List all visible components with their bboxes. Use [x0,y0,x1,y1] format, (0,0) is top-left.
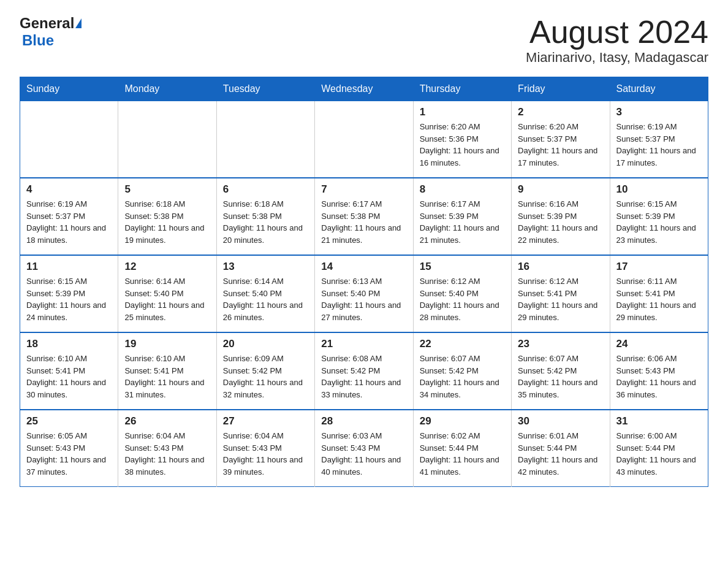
day-info: Sunrise: 6:14 AMSunset: 5:40 PMDaylight:… [223,275,308,323]
day-info: Sunrise: 6:07 AMSunset: 5:42 PMDaylight:… [518,353,603,400]
day-info: Sunrise: 6:07 AMSunset: 5:42 PMDaylight:… [420,353,505,400]
day-number: 17 [616,261,702,273]
day-number: 8 [420,183,505,196]
day-number: 28 [321,415,406,427]
day-number: 3 [616,106,702,118]
day-number: 20 [223,338,308,350]
header-sunday: Sunday [20,77,118,101]
calendar-cell [216,101,314,178]
day-number: 1 [420,106,505,118]
day-number: 6 [223,183,308,196]
calendar-cell: 17Sunrise: 6:11 AMSunset: 5:41 PMDayligh… [610,255,708,332]
calendar-cell: 15Sunrise: 6:12 AMSunset: 5:40 PMDayligh… [413,255,511,332]
day-number: 13 [223,261,308,273]
calendar-cell: 10Sunrise: 6:15 AMSunset: 5:39 PMDayligh… [610,178,708,255]
day-info: Sunrise: 6:20 AMSunset: 5:36 PMDaylight:… [420,121,505,169]
calendar-cell: 20Sunrise: 6:09 AMSunset: 5:42 PMDayligh… [216,332,314,410]
day-info: Sunrise: 6:04 AMSunset: 5:43 PMDaylight:… [223,430,308,478]
calendar-cell: 11Sunrise: 6:15 AMSunset: 5:39 PMDayligh… [20,255,118,332]
day-info: Sunrise: 6:12 AMSunset: 5:41 PMDaylight:… [518,275,603,323]
calendar-cell: 2Sunrise: 6:20 AMSunset: 5:37 PMDaylight… [512,101,610,178]
calendar-cell: 28Sunrise: 6:03 AMSunset: 5:43 PMDayligh… [315,410,413,487]
header-saturday: Saturday [610,77,708,101]
day-number: 5 [124,183,210,196]
location-title: Miarinarivo, Itasy, Madagascar [526,50,708,66]
day-number: 31 [616,415,702,427]
calendar-cell: 25Sunrise: 6:05 AMSunset: 5:43 PMDayligh… [20,410,118,487]
day-number: 22 [420,338,505,350]
day-number: 23 [518,338,603,350]
calendar-cell: 9Sunrise: 6:16 AMSunset: 5:39 PMDaylight… [512,178,610,255]
calendar-week-row: 18Sunrise: 6:10 AMSunset: 5:41 PMDayligh… [20,332,708,410]
day-number: 10 [616,183,702,196]
calendar-cell: 31Sunrise: 6:00 AMSunset: 5:44 PMDayligh… [610,410,708,487]
day-info: Sunrise: 6:20 AMSunset: 5:37 PMDaylight:… [518,121,603,169]
calendar-cell: 23Sunrise: 6:07 AMSunset: 5:42 PMDayligh… [512,332,610,410]
calendar-cell: 19Sunrise: 6:10 AMSunset: 5:41 PMDayligh… [118,332,216,410]
day-info: Sunrise: 6:18 AMSunset: 5:38 PMDaylight:… [124,198,210,246]
calendar-week-row: 1Sunrise: 6:20 AMSunset: 5:36 PMDaylight… [20,101,708,178]
header-thursday: Thursday [413,77,511,101]
calendar-cell: 14Sunrise: 6:13 AMSunset: 5:40 PMDayligh… [315,255,413,332]
day-number: 4 [26,183,112,196]
day-info: Sunrise: 6:05 AMSunset: 5:43 PMDaylight:… [26,430,112,478]
calendar-cell [118,101,216,178]
day-info: Sunrise: 6:10 AMSunset: 5:41 PMDaylight:… [26,353,112,400]
day-info: Sunrise: 6:19 AMSunset: 5:37 PMDaylight:… [616,121,702,169]
header-tuesday: Tuesday [216,77,314,101]
header-wednesday: Wednesday [315,77,413,101]
day-info: Sunrise: 6:08 AMSunset: 5:42 PMDaylight:… [321,353,406,400]
day-info: Sunrise: 6:19 AMSunset: 5:37 PMDaylight:… [26,198,112,246]
calendar-body: 1Sunrise: 6:20 AMSunset: 5:36 PMDaylight… [20,101,708,487]
day-info: Sunrise: 6:04 AMSunset: 5:43 PMDaylight:… [124,430,210,478]
header-friday: Friday [512,77,610,101]
calendar-cell: 30Sunrise: 6:01 AMSunset: 5:44 PMDayligh… [512,410,610,487]
day-number: 24 [616,338,702,350]
logo: General Blue [20,15,82,49]
calendar-week-row: 25Sunrise: 6:05 AMSunset: 5:43 PMDayligh… [20,410,708,487]
calendar-cell [315,101,413,178]
day-info: Sunrise: 6:03 AMSunset: 5:43 PMDaylight:… [321,430,406,478]
calendar-cell: 26Sunrise: 6:04 AMSunset: 5:43 PMDayligh… [118,410,216,487]
header-monday: Monday [118,77,216,101]
calendar-week-row: 4Sunrise: 6:19 AMSunset: 5:37 PMDaylight… [20,178,708,255]
day-number: 11 [26,261,112,273]
day-number: 14 [321,261,406,273]
day-info: Sunrise: 6:16 AMSunset: 5:39 PMDaylight:… [518,198,603,246]
day-number: 7 [321,183,406,196]
day-info: Sunrise: 6:17 AMSunset: 5:39 PMDaylight:… [420,198,505,246]
day-number: 15 [420,261,505,273]
logo-triangle-icon [75,18,82,28]
logo-general-text: General [20,15,74,32]
day-info: Sunrise: 6:17 AMSunset: 5:38 PMDaylight:… [321,198,406,246]
page-header: General Blue August 2024 Miarinarivo, It… [20,15,708,66]
header-row: Sunday Monday Tuesday Wednesday Thursday… [20,77,708,101]
day-info: Sunrise: 6:18 AMSunset: 5:38 PMDaylight:… [223,198,308,246]
day-number: 21 [321,338,406,350]
day-info: Sunrise: 6:12 AMSunset: 5:40 PMDaylight:… [420,275,505,323]
day-info: Sunrise: 6:02 AMSunset: 5:44 PMDaylight:… [420,430,505,478]
title-area: August 2024 Miarinarivo, Itasy, Madagasc… [526,15,708,66]
calendar-cell: 6Sunrise: 6:18 AMSunset: 5:38 PMDaylight… [216,178,314,255]
day-info: Sunrise: 6:15 AMSunset: 5:39 PMDaylight:… [616,198,702,246]
calendar-cell [20,101,118,178]
day-info: Sunrise: 6:14 AMSunset: 5:40 PMDaylight:… [124,275,210,323]
calendar-cell: 7Sunrise: 6:17 AMSunset: 5:38 PMDaylight… [315,178,413,255]
calendar-header: Sunday Monday Tuesday Wednesday Thursday… [20,77,708,101]
day-info: Sunrise: 6:00 AMSunset: 5:44 PMDaylight:… [616,430,702,478]
day-number: 26 [124,415,210,427]
calendar-cell: 3Sunrise: 6:19 AMSunset: 5:37 PMDaylight… [610,101,708,178]
calendar-week-row: 11Sunrise: 6:15 AMSunset: 5:39 PMDayligh… [20,255,708,332]
day-number: 27 [223,415,308,427]
calendar-cell: 22Sunrise: 6:07 AMSunset: 5:42 PMDayligh… [413,332,511,410]
day-info: Sunrise: 6:10 AMSunset: 5:41 PMDaylight:… [124,353,210,400]
day-info: Sunrise: 6:13 AMSunset: 5:40 PMDaylight:… [321,275,406,323]
day-number: 25 [26,415,112,427]
calendar-cell: 8Sunrise: 6:17 AMSunset: 5:39 PMDaylight… [413,178,511,255]
calendar-cell: 29Sunrise: 6:02 AMSunset: 5:44 PMDayligh… [413,410,511,487]
calendar-table: Sunday Monday Tuesday Wednesday Thursday… [20,77,708,487]
day-number: 2 [518,106,603,118]
calendar-cell: 27Sunrise: 6:04 AMSunset: 5:43 PMDayligh… [216,410,314,487]
day-info: Sunrise: 6:01 AMSunset: 5:44 PMDaylight:… [518,430,603,478]
calendar-cell: 1Sunrise: 6:20 AMSunset: 5:36 PMDaylight… [413,101,511,178]
